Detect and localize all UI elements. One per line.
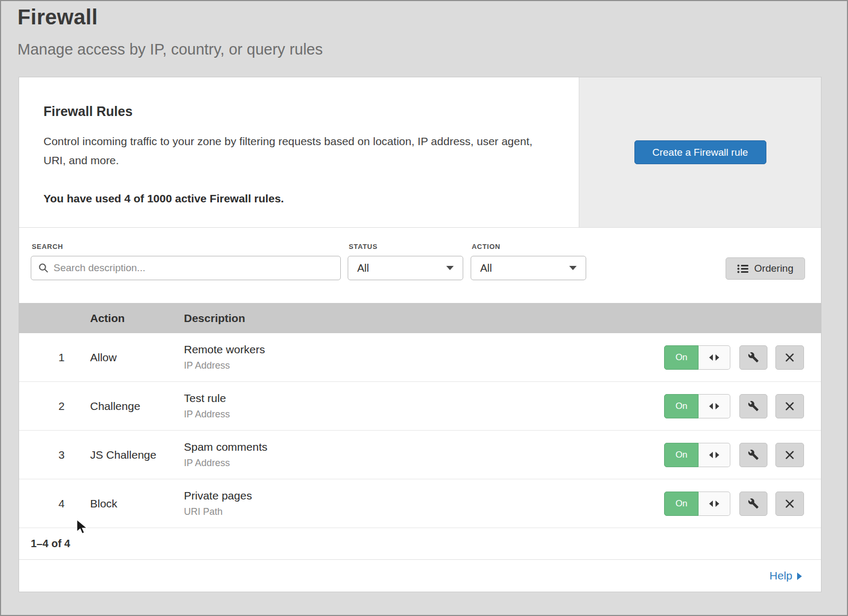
rule-toggle[interactable]: On (664, 443, 699, 467)
rule-priority: 2 (19, 400, 90, 413)
wrench-icon (748, 498, 759, 509)
delete-rule-button[interactable] (775, 345, 804, 370)
ordering-list-icon (737, 264, 748, 273)
create-rule-panel: Create a Firewall rule (579, 77, 821, 227)
status-select-value: All (357, 262, 369, 274)
status-filter: STATUS All (348, 243, 463, 280)
table-row: 3 JS Challenge Spam comments IP Address … (19, 431, 821, 479)
rule-match-type: IP Address (184, 409, 664, 420)
table-header: Action Description (19, 303, 821, 333)
ordering-button[interactable]: Ordering (726, 257, 805, 280)
wrench-icon (748, 400, 759, 412)
action-select[interactable]: All (471, 256, 586, 280)
close-icon (785, 499, 794, 508)
page-subtitle: Manage access by IP, country, or query r… (17, 41, 847, 58)
status-select[interactable]: All (348, 256, 463, 280)
rule-controls: On (664, 492, 821, 516)
rule-title: Private pages (184, 489, 664, 502)
edit-rule-button[interactable] (739, 443, 768, 467)
table-row: 2 Challenge Test rule IP Address On (19, 382, 821, 431)
firewall-rules-section: Firewall Rules Control incoming traffic … (19, 77, 821, 228)
close-icon (785, 451, 794, 459)
delete-rule-button[interactable] (775, 394, 804, 418)
chevron-down-icon (569, 266, 577, 270)
section-heading: Firewall Rules (43, 104, 547, 119)
delete-rule-button[interactable] (775, 443, 804, 467)
table-row: 1 Allow Remote workers IP Address On (19, 333, 821, 382)
rule-description: Private pages URI Path (184, 489, 664, 517)
action-select-value: All (480, 262, 492, 274)
rule-priority: 1 (19, 351, 90, 364)
section-description: Control incoming traffic to your zone by… (43, 132, 547, 170)
rule-action: JS Challenge (90, 449, 184, 461)
toggle-arrows-icon[interactable] (699, 394, 730, 418)
edit-rule-button[interactable] (739, 394, 768, 418)
help-arrow-icon (797, 573, 802, 580)
search-input[interactable] (54, 262, 333, 274)
create-firewall-rule-button[interactable]: Create a Firewall rule (634, 140, 766, 164)
usage-note: You have used 4 of 1000 active Firewall … (43, 192, 547, 205)
chevron-down-icon (446, 266, 454, 270)
rule-description: Spam comments IP Address (184, 441, 664, 469)
edit-rule-button[interactable] (739, 345, 768, 370)
firewall-rules-intro: Firewall Rules Control incoming traffic … (19, 77, 579, 227)
page-title: Firewall (17, 5, 847, 29)
pagination-summary: 1–4 of 4 (19, 528, 821, 560)
action-filter: ACTION All (471, 243, 586, 280)
rule-action: Block (90, 497, 184, 510)
search-filter: SEARCH (31, 243, 341, 280)
rule-description: Test rule IP Address (184, 392, 664, 420)
help-row: Help (19, 560, 821, 592)
firewall-card: Firewall Rules Control incoming traffic … (19, 77, 822, 592)
search-label: SEARCH (32, 243, 341, 251)
rule-toggle[interactable]: On (664, 492, 699, 516)
rule-description: Remote workers IP Address (184, 343, 664, 371)
column-header-description: Description (184, 312, 664, 325)
status-label: STATUS (349, 243, 463, 251)
rule-toggle[interactable]: On (664, 394, 699, 418)
toggle-arrows-icon[interactable] (699, 345, 730, 370)
toggle-arrows-icon[interactable] (699, 492, 730, 516)
delete-rule-button[interactable] (775, 492, 804, 516)
rule-title: Remote workers (184, 343, 664, 356)
rule-title: Test rule (184, 392, 664, 405)
screen: Firewall Manage access by IP, country, o… (0, 0, 848, 616)
rule-match-type: URI Path (184, 506, 664, 517)
search-icon (38, 263, 49, 273)
rule-action: Allow (90, 351, 184, 364)
action-label: ACTION (472, 243, 586, 251)
rule-priority: 3 (19, 449, 90, 461)
rule-priority: 4 (19, 497, 90, 510)
filter-bar: SEARCH STATUS All ACTION (19, 228, 821, 303)
rule-toggle[interactable]: On (664, 345, 699, 370)
search-box[interactable] (31, 256, 341, 280)
wrench-icon (748, 352, 759, 363)
close-icon (785, 402, 794, 410)
table-row: 4 Block Private pages URI Path On (19, 479, 821, 528)
wrench-icon (748, 449, 759, 460)
toggle-arrows-icon[interactable] (699, 443, 730, 467)
help-link-label: Help (770, 569, 792, 582)
rule-controls: On (664, 345, 821, 370)
rule-action: Challenge (90, 400, 184, 413)
rule-title: Spam comments (184, 441, 664, 453)
page-header: Firewall Manage access by IP, country, o… (1, 1, 847, 58)
help-link[interactable]: Help (770, 569, 802, 582)
edit-rule-button[interactable] (739, 492, 768, 516)
ordering-button-label: Ordering (754, 263, 793, 274)
rule-controls: On (664, 443, 821, 467)
column-header-action: Action (90, 312, 184, 325)
rule-match-type: IP Address (184, 360, 664, 371)
close-icon (785, 353, 794, 362)
rule-match-type: IP Address (184, 458, 664, 469)
rule-controls: On (664, 394, 821, 418)
